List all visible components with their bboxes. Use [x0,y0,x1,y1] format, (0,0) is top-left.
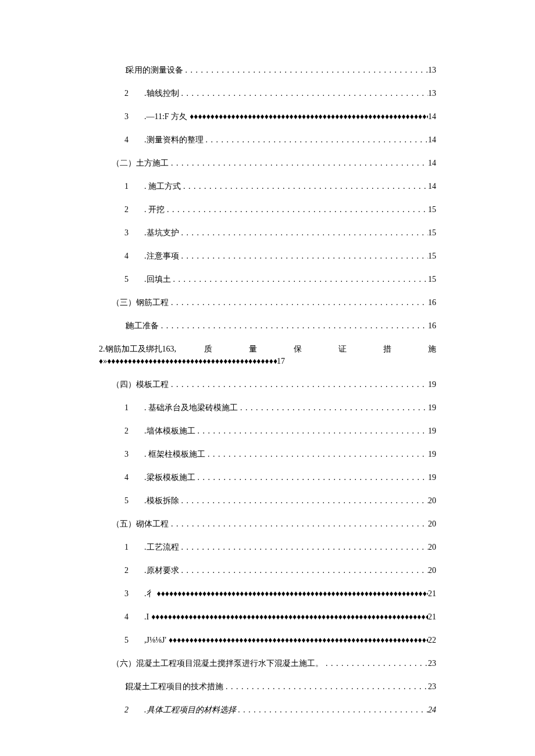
toc-page-number: 20 [428,564,436,576]
toc-label: .梁板模板施工 [144,471,195,483]
toc-leader: . . . . . . . . . . . . . . . . . . . . … [183,64,428,76]
toc-leader: . . . . . . . . . . . . . . . . . . . . … [181,180,428,192]
toc-number: 4 [124,471,144,483]
toc-label: （四）模板工程 [112,378,169,390]
toc-page-number: 19 [428,402,436,414]
toc-entry: 1. 基础承台及地梁砖模施工 . . . . . . . . . . . . .… [99,402,436,414]
toc-leader: . . . . . . . . . . . . . . . . . . . . … [179,250,429,262]
toc-leader: . . . . . . . . . . . . . . . . . . . . … [165,203,428,216]
toc-label: . 开挖 [144,203,165,216]
toc-number: 2 [124,564,144,576]
toc-number: 1 [124,402,144,414]
toc-leader: . . . . . . . . . . . . . . . . . . . . … [169,296,428,309]
toc-label: （五）砌体工程 [112,518,169,530]
toc-entry: 1. 施工方式 . . . . . . . . . . . . . . . . … [99,180,436,192]
toc-page-number: 16 [428,296,436,309]
toc-entry: 3.—11:F 方夂♦♦♦♦♦♦♦♦♦♦♦♦♦♦♦♦♦♦♦♦♦♦♦♦♦♦♦♦♦♦… [99,110,436,123]
toc-page-number: 13 [428,87,436,99]
toc-number: 3 [124,587,144,600]
toc-number: 4 [124,250,144,262]
toc-leader: . . . . . . . . . . . . . . . . . . . . … [195,425,429,437]
toc-label: .注意事项 [144,250,179,262]
toc-page-number: 15 [428,273,436,285]
toc-label: .基坑支护 [144,227,179,239]
toc-number: 5 [124,273,144,285]
toc-leader: . . . . . . . . . . . . . . . . . . . . … [169,518,428,530]
toc-entry: 1施工准备 . . . . . . . . . . . . . . . . . … [99,320,436,332]
toc-page-number: 19 [428,471,436,483]
toc-page-number: 23 [428,657,436,669]
toc-label: . 框架柱模板施工 [144,448,205,460]
toc-entry: 2. 开挖 . . . . . . . . . . . . . . . . . … [99,203,436,216]
toc-label: .轴线控制 [144,87,179,99]
toc-page-number: 23 [428,680,436,693]
toc-entry: （五）砌体工程 . . . . . . . . . . . . . . . . … [99,518,436,530]
toc-page-number: 15 [428,203,436,216]
toc-leader: . . . . . . . . . . . . . . . . . . . . … [204,134,429,146]
toc-page-number: 15 [428,227,436,239]
toc-entry: （二）土方施工 . . . . . . . . . . . . . . . . … [99,157,436,169]
toc-page-number: 20 [428,541,436,553]
toc-page-number: 19 [428,378,436,390]
toc-label: .回填土 [144,273,171,285]
toc-number: 3 [124,110,144,123]
toc-entry: 4.梁板模板施工 . . . . . . . . . . . . . . . .… [99,471,436,483]
toc-leader: . . . . . . . . . . . . . . . . . . . . … [169,157,428,169]
toc-page-number: 14 [428,180,436,192]
toc-number: 2 [124,425,144,437]
toc-number: 2 [124,704,144,716]
toc-number: 3 [124,448,144,460]
toc-label: .模板拆除 [144,495,179,507]
toc-entry: 3.基坑支护 . . . . . . . . . . . . . . . . .… [99,227,436,239]
toc-list-1: 1采用的测量设备 . . . . . . . . . . . . . . . .… [99,64,436,332]
toc-entry: （三）钢筋工程 . . . . . . . . . . . . . . . . … [99,296,436,309]
toc-label: 质量保证措施 [176,343,436,355]
toc-label: .原材要求 [144,564,179,576]
toc-label: ,J⅛⅛J' [144,634,166,646]
toc-entry: 3. 框架柱模板施工 . . . . . . . . . . . . . . .… [99,448,436,460]
toc-list-2: （四）模板工程 . . . . . . . . . . . . . . . . … [99,378,436,716]
toc-wrapped-entry: 2.钢筋加工及绑扎163, 质量保证措施 ♦» ♦♦♦♦♦♦♦♦♦♦♦♦♦♦♦♦… [99,343,436,367]
toc-label: .测量资料的整理 [144,134,204,146]
toc-entry: 1.工艺流程 . . . . . . . . . . . . . . . . .… [99,541,436,553]
toc-number: 2 [124,87,144,99]
toc-entry: 4.I♦♦♦♦♦♦♦♦♦♦♦♦♦♦♦♦♦♦♦♦♦♦♦♦♦♦♦♦♦♦♦♦♦♦♦♦♦… [99,611,436,623]
toc-leader: . . . . . . . . . . . . . . . . . . . . … [159,320,428,332]
toc-entry: 2.轴线控制 . . . . . . . . . . . . . . . . .… [99,87,436,99]
toc-label: （二）土方施工 [112,157,169,169]
toc-leader: . . . . . . . . . . . . . . . . . . . . … [236,704,429,716]
toc-leader: ♦♦♦♦♦♦♦♦♦♦♦♦♦♦♦♦♦♦♦♦♦♦♦♦♦♦♦♦♦♦♦♦♦♦♦♦♦♦♦♦… [107,355,277,367]
toc-leader: . . . . . . . . . . . . . . . . . . . . … [195,471,429,483]
toc-label: （六）混凝土工程项目混凝土搅拌泵进行水下混凝土施工。 [112,657,323,669]
toc-leader: ♦♦♦♦♦♦♦♦♦♦♦♦♦♦♦♦♦♦♦♦♦♦♦♦♦♦♦♦♦♦♦♦♦♦♦♦♦♦♦♦… [187,110,428,123]
toc-page-number: 20 [428,518,436,530]
toc-page-number: 14 [428,134,436,146]
toc-page-number: 20 [428,495,436,507]
toc-page-number: 19 [428,448,436,460]
toc-page-number: 22 [428,634,436,646]
toc-label: 2.钢筋加工及绑扎163, [99,343,176,355]
toc-number: 4 [124,611,144,623]
toc-label: . 施工方式 [144,180,181,192]
toc-page-number: 15 [428,250,436,262]
toc-page-number: 17 [277,355,285,367]
toc-leader: . . . . . . . . . . . . . . . . . . . . … [238,402,428,414]
toc-leader: ♦♦♦♦♦♦♦♦♦♦♦♦♦♦♦♦♦♦♦♦♦♦♦♦♦♦♦♦♦♦♦♦♦♦♦♦♦♦♦♦… [166,634,428,646]
toc-entry: 2.具体工程项目的材料选择 . . . . . . . . . . . . . … [99,704,436,716]
toc-page-number: 21 [428,611,436,623]
toc-entry: 5.回填土 . . . . . . . . . . . . . . . . . … [99,273,436,285]
toc-entry: （四）模板工程 . . . . . . . . . . . . . . . . … [99,378,436,390]
toc-number: 3 [124,227,144,239]
toc-number: 5 [124,634,144,646]
toc-leader: . . . . . . . . . . . . . . . . . . . . … [171,273,429,285]
toc-number: 4 [124,134,144,146]
toc-label: .—11:F 方夂 [144,110,187,123]
toc-label: 采用的测量设备 [126,64,183,76]
toc-leader: . . . . . . . . . . . . . . . . . . . . … [179,87,429,99]
toc-number: 1 [124,541,144,553]
toc-label: （三）钢筋工程 [112,296,169,309]
toc-entry: 2.墙体模板施工 . . . . . . . . . . . . . . . .… [99,425,436,437]
toc-page-number: 19 [428,425,436,437]
toc-leader: . . . . . . . . . . . . . . . . . . . . … [205,448,428,460]
toc-leader: . . . . . . . . . . . . . . . . . . . . … [223,680,428,693]
